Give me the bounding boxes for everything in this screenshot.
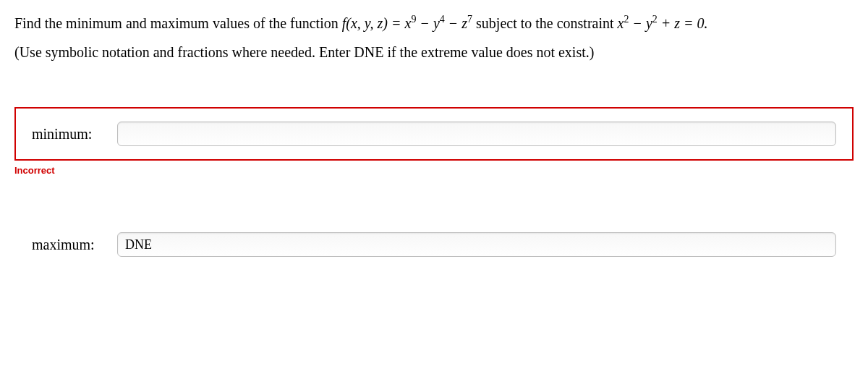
constraint-expr: x2 − y2 + z = 0. <box>618 15 708 31</box>
prompt-prefix: Find the minimum and maximum values of t… <box>14 15 342 31</box>
maximum-label: maximum: <box>32 237 104 253</box>
maximum-input[interactable] <box>117 232 836 257</box>
func-expr: f(x, y, z) = x9 − y4 − z7 <box>342 15 472 31</box>
minimum-row: minimum: <box>32 122 836 146</box>
minimum-answer-block: minimum: <box>14 107 854 161</box>
maximum-answer-block: maximum: <box>14 219 854 270</box>
prompt-mid: subject to the constraint <box>472 15 618 31</box>
maximum-row: maximum: <box>32 232 836 257</box>
incorrect-feedback: Incorrect <box>14 165 854 176</box>
minimum-input[interactable] <box>117 122 836 146</box>
question-hint: (Use symbolic notation and fractions whe… <box>14 41 854 64</box>
question-prompt: Find the minimum and maximum values of t… <box>14 12 854 35</box>
minimum-label: minimum: <box>32 126 104 143</box>
